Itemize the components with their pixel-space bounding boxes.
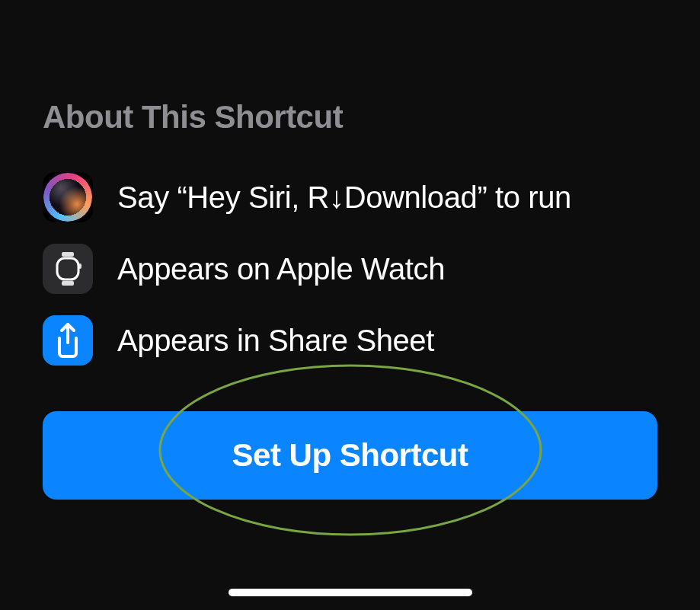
siri-icon [43, 172, 93, 222]
svg-rect-3 [78, 263, 82, 269]
svg-rect-1 [62, 252, 74, 257]
svg-rect-0 [57, 258, 78, 279]
share-sheet-row: Appears in Share Sheet [43, 315, 657, 366]
section-title: About This Shortcut [43, 99, 657, 136]
apple-watch-row: Appears on Apple Watch [43, 244, 657, 294]
share-icon [43, 315, 93, 366]
home-indicator[interactable] [229, 589, 472, 596]
siri-text: Say “Hey Siri, R↓Download” to run [117, 180, 571, 215]
siri-row: Say “Hey Siri, R↓Download” to run [43, 172, 657, 222]
share-sheet-text: Appears in Share Sheet [117, 324, 434, 358]
apple-watch-text: Appears on Apple Watch [117, 252, 445, 286]
about-shortcut-section: About This Shortcut Say “Hey Siri, R↓Dow… [0, 0, 700, 500]
apple-watch-icon [43, 244, 93, 294]
setup-shortcut-button[interactable]: Set Up Shortcut [43, 411, 657, 500]
svg-rect-2 [62, 281, 74, 286]
